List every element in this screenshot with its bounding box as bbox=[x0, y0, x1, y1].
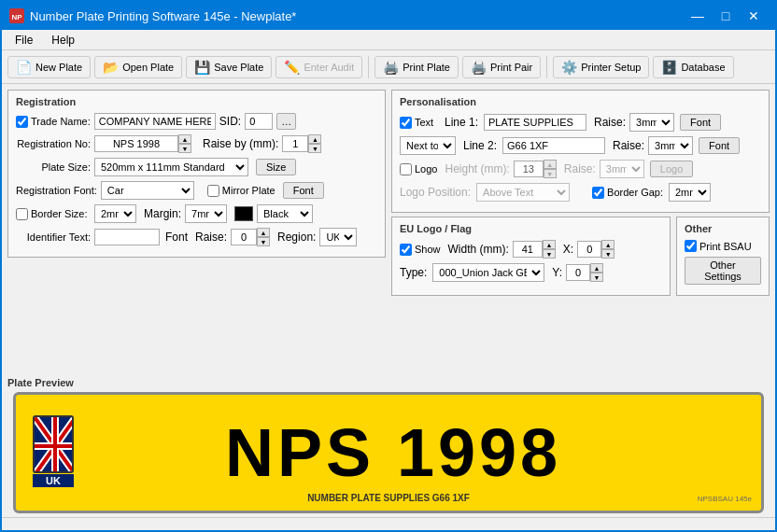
border-size-checkbox-label[interactable]: Border Size: bbox=[16, 208, 91, 220]
sid-browse-button[interactable]: … bbox=[276, 113, 296, 130]
identifier-raise-down[interactable]: ▼ bbox=[257, 237, 270, 246]
status-bar bbox=[2, 517, 775, 530]
border-gap-checkbox[interactable] bbox=[592, 187, 604, 199]
reg-font-button[interactable]: Font bbox=[283, 182, 324, 199]
eu-x-up[interactable]: ▲ bbox=[601, 240, 615, 249]
union-jack-flag bbox=[33, 415, 74, 473]
plate-main-text: NPS 1998 bbox=[225, 419, 561, 486]
titlebar-controls: — □ ✕ bbox=[684, 6, 768, 26]
height-down: ▼ bbox=[544, 169, 557, 178]
identifier-raise-spinner: ▲ ▼ bbox=[231, 228, 270, 246]
eu-y-input[interactable] bbox=[566, 264, 590, 281]
close-button[interactable]: ✕ bbox=[740, 6, 768, 26]
reg-font-label: Registration Font: bbox=[16, 185, 97, 196]
eu-x-down[interactable]: ▼ bbox=[601, 249, 615, 259]
eu-type-row: Type: 000_Union Jack GB 001_EU Flag 002_… bbox=[400, 263, 662, 282]
printer-setup-button[interactable]: ⚙️ Printer Setup bbox=[553, 56, 649, 78]
eu-show-checkbox-label[interactable]: Show bbox=[400, 244, 441, 256]
line1-raise-label: Raise: bbox=[594, 116, 626, 129]
reg-no-input[interactable] bbox=[94, 135, 178, 152]
reg-font-select[interactable]: Car Motorcycle Custom bbox=[101, 181, 194, 200]
logo-row: Logo Height (mm): ▲ ▼ Raise: 3mm Log bbox=[400, 160, 761, 178]
eu-width-up[interactable]: ▲ bbox=[543, 240, 556, 249]
next-to-select[interactable]: Next to Above Below bbox=[400, 136, 456, 155]
border-gap-select[interactable]: 1mm 2mm 3mm bbox=[669, 183, 711, 202]
svg-rect-10 bbox=[35, 444, 74, 448]
line2-font-button[interactable]: Font bbox=[699, 137, 740, 154]
trade-name-checkbox-label[interactable]: Trade Name: bbox=[16, 116, 91, 128]
border-size-checkbox[interactable] bbox=[16, 208, 28, 220]
text-checkbox[interactable] bbox=[400, 117, 412, 129]
reg-no-spinner: ▲ ▼ bbox=[94, 134, 191, 153]
reg-font-row: Registration Font: Car Motorcycle Custom… bbox=[16, 181, 377, 200]
open-plate-button[interactable]: 📂 Open Plate bbox=[94, 56, 182, 78]
plate-size-select[interactable]: 520mm x 111mm Standard 520mm x 111mm Sma… bbox=[94, 158, 248, 176]
toolbar-separator-1 bbox=[368, 56, 369, 78]
eu-y-down[interactable]: ▼ bbox=[590, 273, 603, 282]
eu-type-select[interactable]: 000_Union Jack GB 001_EU Flag 002_Welsh … bbox=[432, 263, 544, 282]
line2-raise-label: Raise: bbox=[613, 139, 644, 152]
raise-spinner-btns: ▲ ▼ bbox=[308, 134, 321, 153]
identifier-raise-up[interactable]: ▲ bbox=[257, 228, 270, 237]
border-gap-checkbox-label[interactable]: Border Gap: bbox=[592, 187, 663, 199]
open-plate-icon: 📂 bbox=[103, 60, 119, 75]
plate-size-row: Plate Size: 520mm x 111mm Standard 520mm… bbox=[16, 158, 377, 176]
eu-width-down[interactable]: ▼ bbox=[543, 249, 556, 259]
plate-preview: UK NPS 1998 NUMBER PLATE SUPPLIES G66 1X… bbox=[13, 392, 764, 513]
mirror-plate-checkbox-label[interactable]: Mirror Plate bbox=[207, 185, 275, 197]
trade-name-input[interactable] bbox=[94, 113, 216, 130]
raise-up[interactable]: ▲ bbox=[308, 134, 321, 144]
registration-title: Registration bbox=[16, 96, 377, 107]
print-bsau-checkbox-label[interactable]: Print BSAU bbox=[685, 240, 752, 252]
identifier-text-input[interactable] bbox=[94, 229, 160, 245]
eu-show-checkbox[interactable] bbox=[400, 244, 412, 256]
raise-down[interactable]: ▼ bbox=[308, 144, 321, 153]
line1-raise-select[interactable]: 1mm 2mm 3mm 4mm 5mm bbox=[629, 113, 674, 132]
eu-other-row: EU Logo / Flag Show Width (mm): ▲ ▼ bbox=[391, 217, 770, 296]
eu-y-label: Y: bbox=[552, 266, 562, 279]
registration-panel: Registration Trade Name: SID: … Registra… bbox=[7, 90, 386, 258]
line1-input[interactable] bbox=[484, 114, 586, 131]
database-button[interactable]: 🗄️ Database bbox=[653, 56, 733, 78]
union-jack-svg bbox=[35, 417, 74, 473]
trade-name-checkbox[interactable] bbox=[16, 116, 28, 128]
eu-width-input[interactable] bbox=[513, 241, 543, 258]
new-plate-icon: 📄 bbox=[16, 60, 32, 75]
print-bsau-checkbox[interactable] bbox=[685, 240, 697, 252]
border-size-select[interactable]: 1mm 2mm 3mm bbox=[94, 204, 136, 223]
eu-y-up[interactable]: ▲ bbox=[590, 263, 603, 273]
plate-bottom-right: NPSBSAU 145e bbox=[698, 495, 752, 503]
line1-label: Line 1: bbox=[445, 116, 478, 129]
logo-checkbox[interactable] bbox=[400, 163, 412, 175]
other-settings-button[interactable]: Other Settings bbox=[685, 257, 761, 285]
reg-no-up[interactable]: ▲ bbox=[178, 134, 191, 144]
sid-input[interactable] bbox=[245, 113, 273, 130]
line2-input[interactable] bbox=[502, 137, 605, 154]
height-input[interactable] bbox=[514, 161, 544, 177]
menu-file[interactable]: File bbox=[7, 32, 40, 49]
reg-no-down[interactable]: ▼ bbox=[178, 144, 191, 153]
line2-raise-select[interactable]: 1mm 2mm 3mm 4mm 5mm bbox=[648, 136, 693, 155]
titlebar: NP Number Plate Printing Software 145e -… bbox=[2, 2, 775, 30]
other-settings-row: Other Settings bbox=[685, 257, 761, 285]
print-plate-button[interactable]: 🖨️ Print Plate bbox=[374, 56, 459, 78]
line1-font-button[interactable]: Font bbox=[680, 114, 721, 131]
logo-checkbox-label[interactable]: Logo bbox=[400, 163, 437, 175]
minimize-button[interactable]: — bbox=[684, 6, 712, 26]
size-button[interactable]: Size bbox=[256, 159, 296, 175]
raise-input[interactable] bbox=[282, 135, 308, 152]
mirror-plate-checkbox[interactable] bbox=[207, 185, 219, 197]
new-plate-button[interactable]: 📄 New Plate bbox=[7, 56, 91, 78]
eu-x-input[interactable] bbox=[577, 241, 601, 258]
margin-select[interactable]: 5mm 6mm 7mm bbox=[185, 204, 227, 223]
maximize-button[interactable]: □ bbox=[712, 6, 740, 26]
window-title: Number Plate Printing Software 145e - Ne… bbox=[30, 9, 296, 23]
text-checkbox-label[interactable]: Text bbox=[400, 117, 437, 129]
eu-y-btns: ▲ ▼ bbox=[590, 263, 603, 282]
border-color-select[interactable]: Black White Yellow bbox=[257, 204, 313, 223]
menu-help[interactable]: Help bbox=[44, 32, 82, 49]
identifier-raise-input[interactable] bbox=[231, 229, 257, 245]
region-select[interactable]: UK EU bbox=[319, 228, 357, 246]
print-pair-button[interactable]: 🖨️ Print Pair bbox=[462, 56, 541, 78]
save-plate-button[interactable]: 💾 Save Plate bbox=[186, 56, 272, 78]
